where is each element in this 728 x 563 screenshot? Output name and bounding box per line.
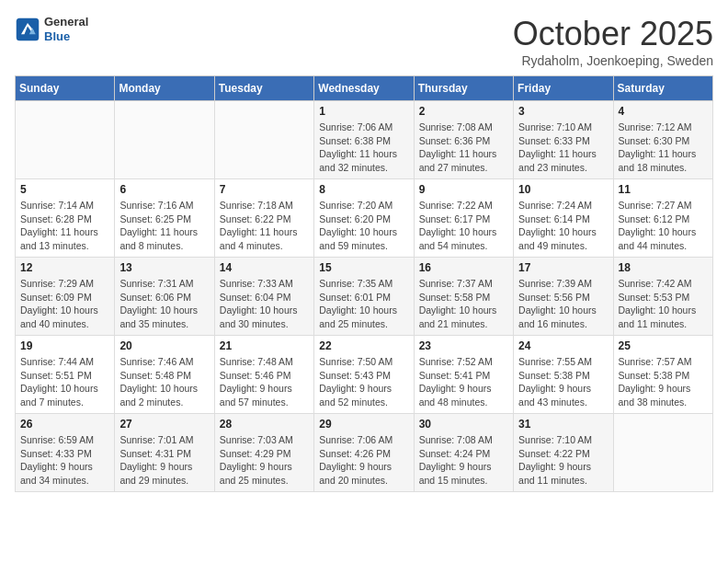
weekday-header-tuesday: Tuesday bbox=[214, 76, 313, 101]
title-block: October 2025 Rydaholm, Joenkoeping, Swed… bbox=[513, 15, 713, 68]
calendar-cell: 30Sunrise: 7:08 AM Sunset: 4:24 PM Dayli… bbox=[414, 414, 513, 492]
day-number: 31 bbox=[518, 418, 608, 431]
day-info: Sunrise: 7:24 AM Sunset: 6:14 PM Dayligh… bbox=[518, 199, 608, 253]
day-info: Sunrise: 7:46 AM Sunset: 5:48 PM Dayligh… bbox=[119, 355, 209, 409]
month-title: October 2025 bbox=[513, 15, 713, 53]
calendar-cell: 29Sunrise: 7:06 AM Sunset: 4:26 PM Dayli… bbox=[314, 414, 414, 492]
calendar-cell: 4Sunrise: 7:12 AM Sunset: 6:30 PM Daylig… bbox=[613, 101, 712, 179]
weekday-header-saturday: Saturday bbox=[613, 76, 712, 101]
calendar-cell: 18Sunrise: 7:42 AM Sunset: 5:53 PM Dayli… bbox=[613, 258, 712, 336]
day-info: Sunrise: 7:50 AM Sunset: 5:43 PM Dayligh… bbox=[319, 355, 408, 409]
day-number: 13 bbox=[119, 261, 209, 274]
calendar-table: SundayMondayTuesdayWednesdayThursdayFrid… bbox=[15, 75, 713, 492]
day-info: Sunrise: 7:39 AM Sunset: 5:56 PM Dayligh… bbox=[518, 277, 608, 331]
day-info: Sunrise: 7:27 AM Sunset: 6:12 PM Dayligh… bbox=[619, 199, 708, 253]
day-info: Sunrise: 7:18 AM Sunset: 6:22 PM Dayligh… bbox=[220, 199, 309, 253]
weekday-header-friday: Friday bbox=[514, 76, 613, 101]
calendar-cell: 8Sunrise: 7:20 AM Sunset: 6:20 PM Daylig… bbox=[314, 179, 414, 258]
calendar-cell: 24Sunrise: 7:55 AM Sunset: 5:38 PM Dayli… bbox=[514, 336, 613, 414]
calendar-cell: 31Sunrise: 7:10 AM Sunset: 4:22 PM Dayli… bbox=[514, 414, 613, 492]
day-info: Sunrise: 7:22 AM Sunset: 6:17 PM Dayligh… bbox=[419, 199, 508, 253]
day-info: Sunrise: 7:10 AM Sunset: 6:33 PM Dayligh… bbox=[518, 121, 608, 175]
calendar-cell: 26Sunrise: 6:59 AM Sunset: 4:33 PM Dayli… bbox=[16, 414, 115, 492]
calendar-cell: 15Sunrise: 7:35 AM Sunset: 6:01 PM Dayli… bbox=[314, 258, 414, 336]
day-number: 29 bbox=[319, 418, 408, 431]
day-info: Sunrise: 7:57 AM Sunset: 5:38 PM Dayligh… bbox=[619, 355, 708, 409]
calendar-cell: 25Sunrise: 7:57 AM Sunset: 5:38 PM Dayli… bbox=[613, 336, 712, 414]
day-number: 9 bbox=[419, 183, 508, 196]
day-number: 11 bbox=[619, 183, 708, 196]
weekday-header-monday: Monday bbox=[115, 76, 214, 101]
page-header: General Blue October 2025 Rydaholm, Joen… bbox=[15, 15, 713, 68]
day-info: Sunrise: 7:01 AM Sunset: 4:31 PM Dayligh… bbox=[119, 433, 209, 488]
logo-line2: Blue bbox=[44, 29, 88, 44]
day-number: 5 bbox=[20, 183, 109, 196]
calendar-cell: 5Sunrise: 7:14 AM Sunset: 6:28 PM Daylig… bbox=[16, 179, 115, 258]
calendar-cell bbox=[16, 101, 115, 179]
logo: General Blue bbox=[15, 15, 88, 43]
day-info: Sunrise: 7:52 AM Sunset: 5:41 PM Dayligh… bbox=[419, 355, 508, 409]
day-number: 4 bbox=[619, 105, 708, 118]
day-info: Sunrise: 7:08 AM Sunset: 4:24 PM Dayligh… bbox=[419, 433, 508, 488]
calendar-cell: 21Sunrise: 7:48 AM Sunset: 5:46 PM Dayli… bbox=[214, 336, 313, 414]
day-number: 21 bbox=[220, 339, 309, 352]
calendar-week-row: 5Sunrise: 7:14 AM Sunset: 6:28 PM Daylig… bbox=[16, 179, 713, 258]
calendar-cell: 14Sunrise: 7:33 AM Sunset: 6:04 PM Dayli… bbox=[214, 258, 313, 336]
day-info: Sunrise: 7:55 AM Sunset: 5:38 PM Dayligh… bbox=[518, 355, 608, 409]
calendar-cell bbox=[115, 101, 214, 179]
day-number: 12 bbox=[20, 261, 109, 274]
calendar-cell: 3Sunrise: 7:10 AM Sunset: 6:33 PM Daylig… bbox=[514, 101, 613, 179]
day-number: 30 bbox=[419, 418, 508, 431]
day-info: Sunrise: 7:20 AM Sunset: 6:20 PM Dayligh… bbox=[319, 199, 408, 253]
day-number: 15 bbox=[319, 261, 408, 274]
day-number: 27 bbox=[119, 418, 209, 431]
day-info: Sunrise: 7:06 AM Sunset: 6:38 PM Dayligh… bbox=[319, 121, 408, 175]
calendar-cell: 23Sunrise: 7:52 AM Sunset: 5:41 PM Dayli… bbox=[414, 336, 513, 414]
calendar-cell: 2Sunrise: 7:08 AM Sunset: 6:36 PM Daylig… bbox=[414, 101, 513, 179]
calendar-cell bbox=[214, 101, 313, 179]
svg-rect-0 bbox=[17, 17, 40, 40]
weekday-header-thursday: Thursday bbox=[414, 76, 513, 101]
day-info: Sunrise: 7:10 AM Sunset: 4:22 PM Dayligh… bbox=[518, 433, 608, 488]
day-number: 23 bbox=[419, 339, 508, 352]
calendar-week-row: 12Sunrise: 7:29 AM Sunset: 6:09 PM Dayli… bbox=[16, 258, 713, 336]
day-info: Sunrise: 7:33 AM Sunset: 6:04 PM Dayligh… bbox=[220, 277, 309, 331]
calendar-cell: 12Sunrise: 7:29 AM Sunset: 6:09 PM Dayli… bbox=[16, 258, 115, 336]
day-info: Sunrise: 7:44 AM Sunset: 5:51 PM Dayligh… bbox=[20, 355, 109, 409]
day-number: 17 bbox=[518, 261, 608, 274]
calendar-cell: 27Sunrise: 7:01 AM Sunset: 4:31 PM Dayli… bbox=[115, 414, 214, 492]
logo-line1: General bbox=[44, 15, 88, 29]
day-number: 25 bbox=[619, 339, 708, 352]
day-number: 18 bbox=[619, 261, 708, 274]
calendar-cell: 19Sunrise: 7:44 AM Sunset: 5:51 PM Dayli… bbox=[16, 336, 115, 414]
day-number: 1 bbox=[319, 105, 408, 118]
weekday-header-sunday: Sunday bbox=[16, 76, 115, 101]
calendar-cell: 17Sunrise: 7:39 AM Sunset: 5:56 PM Dayli… bbox=[514, 258, 613, 336]
day-number: 3 bbox=[518, 105, 608, 118]
calendar-cell: 22Sunrise: 7:50 AM Sunset: 5:43 PM Dayli… bbox=[314, 336, 414, 414]
day-number: 24 bbox=[518, 339, 608, 352]
day-number: 7 bbox=[220, 183, 309, 196]
day-number: 10 bbox=[518, 183, 608, 196]
day-number: 20 bbox=[119, 339, 209, 352]
calendar-cell: 7Sunrise: 7:18 AM Sunset: 6:22 PM Daylig… bbox=[214, 179, 313, 258]
day-number: 19 bbox=[20, 339, 109, 352]
calendar-cell: 9Sunrise: 7:22 AM Sunset: 6:17 PM Daylig… bbox=[414, 179, 513, 258]
day-info: Sunrise: 7:42 AM Sunset: 5:53 PM Dayligh… bbox=[619, 277, 708, 331]
day-info: Sunrise: 7:37 AM Sunset: 5:58 PM Dayligh… bbox=[419, 277, 508, 331]
day-info: Sunrise: 7:29 AM Sunset: 6:09 PM Dayligh… bbox=[20, 277, 109, 331]
day-number: 26 bbox=[20, 418, 109, 431]
day-number: 6 bbox=[119, 183, 209, 196]
day-info: Sunrise: 7:16 AM Sunset: 6:25 PM Dayligh… bbox=[119, 199, 209, 253]
day-info: Sunrise: 7:03 AM Sunset: 4:29 PM Dayligh… bbox=[220, 433, 309, 488]
calendar-cell: 10Sunrise: 7:24 AM Sunset: 6:14 PM Dayli… bbox=[514, 179, 613, 258]
day-info: Sunrise: 7:14 AM Sunset: 6:28 PM Dayligh… bbox=[20, 199, 109, 253]
calendar-cell: 1Sunrise: 7:06 AM Sunset: 6:38 PM Daylig… bbox=[314, 101, 414, 179]
weekday-header-wednesday: Wednesday bbox=[314, 76, 414, 101]
calendar-week-row: 26Sunrise: 6:59 AM Sunset: 4:33 PM Dayli… bbox=[16, 414, 713, 492]
calendar-cell: 6Sunrise: 7:16 AM Sunset: 6:25 PM Daylig… bbox=[115, 179, 214, 258]
calendar-week-row: 1Sunrise: 7:06 AM Sunset: 6:38 PM Daylig… bbox=[16, 101, 713, 179]
day-info: Sunrise: 6:59 AM Sunset: 4:33 PM Dayligh… bbox=[20, 433, 109, 488]
day-info: Sunrise: 7:31 AM Sunset: 6:06 PM Dayligh… bbox=[119, 277, 209, 331]
day-info: Sunrise: 7:48 AM Sunset: 5:46 PM Dayligh… bbox=[220, 355, 309, 409]
